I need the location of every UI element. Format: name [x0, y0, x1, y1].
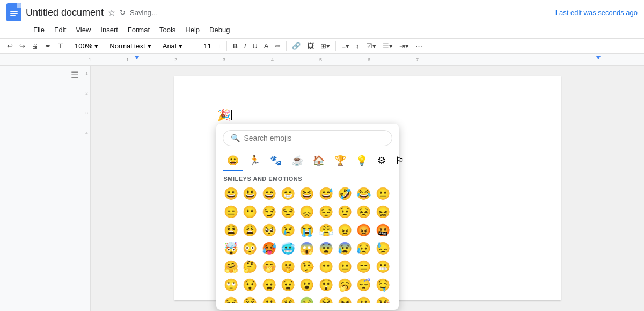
more-options-button[interactable]: ⋯	[413, 40, 425, 52]
print-button[interactable]: 🖨	[29, 40, 41, 52]
emoji-cat-tab-4[interactable]: 🏠	[309, 151, 329, 171]
emoji-cell-25[interactable]: 😡	[355, 222, 372, 239]
image-button[interactable]: 🖼	[304, 40, 317, 52]
emoji-cell-13[interactable]: 😞	[298, 204, 316, 221]
emoji-cell-23[interactable]: 😤	[317, 222, 334, 239]
emoji-cell-37[interactable]: 🤔	[241, 258, 259, 276]
emoji-cell-62[interactable]: 🤒	[374, 295, 391, 303]
menu-item-tools[interactable]: Tools	[155, 24, 180, 36]
font-size-value[interactable]: 11	[201, 42, 213, 50]
emoji-cell-51[interactable]: 🥱	[336, 277, 353, 294]
font-size-increase[interactable]: +	[215, 40, 224, 52]
emoji-cell-55[interactable]: 😵	[241, 295, 259, 303]
emoji-cell-43[interactable]: 😑	[355, 258, 372, 276]
emoji-cat-tab-1[interactable]: 🏃	[244, 151, 265, 171]
format-clear-button[interactable]: ⊤	[55, 40, 66, 52]
emoji-cell-44[interactable]: 😬	[374, 258, 391, 276]
font-size-decrease[interactable]: −	[191, 40, 201, 52]
emoji-cell-38[interactable]: 🤭	[260, 258, 277, 276]
emoji-cell-12[interactable]: 😒	[279, 204, 296, 221]
menu-item-view[interactable]: View	[71, 24, 95, 36]
emoji-cell-5[interactable]: 😅	[317, 185, 334, 202]
emoji-cell-28[interactable]: 😳	[241, 240, 259, 257]
emoji-cell-39[interactable]: 🤫	[279, 258, 296, 276]
emoji-cell-52[interactable]: 😴	[355, 277, 372, 294]
emoji-cell-8[interactable]: 😐	[374, 185, 391, 202]
emoji-cell-27[interactable]: 🤯	[223, 240, 240, 257]
emoji-cell-2[interactable]: 😄	[260, 185, 277, 202]
emoji-cell-40[interactable]: 🤥	[298, 258, 316, 276]
emoji-cell-31[interactable]: 😱	[298, 240, 316, 257]
emoji-cell-9[interactable]: 😑	[223, 204, 240, 221]
link-button[interactable]: 🔗	[289, 40, 303, 52]
emoji-cell-6[interactable]: 🤣	[336, 185, 353, 202]
font-selector[interactable]: Arial ▾	[160, 40, 185, 52]
emoji-cell-7[interactable]: 😂	[355, 185, 372, 202]
emoji-cell-35[interactable]: 😓	[374, 240, 391, 257]
align-button[interactable]: ≡▾	[339, 40, 352, 52]
emoji-cell-29[interactable]: 🥵	[260, 240, 277, 257]
emoji-cell-36[interactable]: 🤗	[223, 258, 240, 276]
emoji-cat-tab-7[interactable]: ⚙	[373, 151, 390, 171]
emoji-cell-32[interactable]: 😨	[317, 240, 334, 257]
star-icon[interactable]: ☆	[108, 8, 115, 18]
highlight-button[interactable]: ✏	[272, 40, 283, 52]
emoji-cell-57[interactable]: 🥴	[279, 295, 296, 303]
bold-button[interactable]: B	[230, 40, 240, 52]
emoji-cat-tab-0[interactable]: 😀	[223, 151, 243, 171]
menu-item-insert[interactable]: Insert	[96, 24, 122, 36]
emoji-cell-11[interactable]: 😏	[260, 204, 277, 221]
emoji-cell-1[interactable]: 😃	[241, 185, 259, 202]
emoji-cell-46[interactable]: 😯	[241, 277, 259, 294]
emoji-cell-45[interactable]: 🙄	[223, 277, 240, 294]
emoji-cell-53[interactable]: 🤤	[374, 277, 391, 294]
menu-item-edit[interactable]: Edit	[50, 24, 70, 36]
table-button[interactable]: ⊞▾	[318, 40, 333, 52]
document-title[interactable]: Untitled document	[26, 7, 104, 18]
line-spacing-button[interactable]: ↕	[353, 40, 362, 52]
emoji-cell-26[interactable]: 🤬	[374, 222, 391, 239]
outline-icon[interactable]: ☰	[71, 70, 78, 80]
menu-item-debug[interactable]: Debug	[205, 24, 234, 36]
emoji-cell-16[interactable]: 😣	[355, 204, 372, 221]
emoji-cell-21[interactable]: 😢	[279, 222, 296, 239]
emoji-cat-tab-5[interactable]: 🏆	[330, 151, 350, 171]
emoji-cat-tab-8[interactable]: 🏳	[391, 152, 409, 171]
redo-button[interactable]: ↪	[17, 40, 28, 52]
font-color-button[interactable]: A	[261, 40, 272, 52]
emoji-cell-61[interactable]: 😷	[355, 295, 372, 303]
emoji-cell-60[interactable]: 🤧	[336, 295, 353, 303]
emoji-search-container[interactable]: 🔍	[223, 130, 392, 146]
emoji-cell-18[interactable]: 😫	[223, 222, 240, 239]
emoji-cell-14[interactable]: 😔	[317, 204, 334, 221]
emoji-cell-33[interactable]: 😰	[336, 240, 353, 257]
emoji-cell-17[interactable]: 😖	[374, 204, 391, 221]
menu-item-format[interactable]: Format	[123, 24, 154, 36]
emoji-cell-56[interactable]: 🤐	[260, 295, 277, 303]
last-edit-text[interactable]: Last edit was seconds ago	[555, 9, 638, 17]
document-page[interactable]: 🎉 🔍 😀🏃🐾☕🏠🏆💡⚙🏳 SMILEYS AND EMOTIONS 😀😃😄😁😆…	[174, 76, 561, 300]
emoji-cell-41[interactable]: 😶	[317, 258, 334, 276]
emoji-cell-42[interactable]: 😐	[336, 258, 353, 276]
emoji-cell-54[interactable]: 😪	[223, 295, 240, 303]
emoji-cell-4[interactable]: 😆	[298, 185, 316, 202]
emoji-cell-34[interactable]: 😥	[355, 240, 372, 257]
emoji-cell-22[interactable]: 😭	[298, 222, 316, 239]
emoji-cell-59[interactable]: 🤮	[317, 295, 334, 303]
emoji-cell-15[interactable]: 😟	[336, 204, 353, 221]
emoji-cat-tab-6[interactable]: 💡	[352, 151, 372, 171]
emoji-search-input[interactable]	[244, 134, 384, 142]
checklist-button[interactable]: ☑▾	[363, 40, 379, 52]
emoji-cat-tab-3[interactable]: ☕	[287, 151, 308, 171]
emoji-cell-19[interactable]: 😩	[241, 222, 259, 239]
emoji-cell-10[interactable]: 😶	[241, 204, 259, 221]
emoji-cell-20[interactable]: 🥺	[260, 222, 277, 239]
emoji-cell-47[interactable]: 😦	[260, 277, 277, 294]
emoji-cell-3[interactable]: 😁	[279, 185, 296, 202]
list-button[interactable]: ☰▾	[380, 40, 396, 52]
text-style-selector[interactable]: Normal text ▾	[107, 40, 153, 52]
emoji-cell-30[interactable]: 🥶	[279, 240, 296, 257]
menu-item-help[interactable]: Help	[181, 24, 204, 36]
emoji-cell-49[interactable]: 😮	[298, 277, 316, 294]
undo-button[interactable]: ↩	[4, 40, 16, 52]
